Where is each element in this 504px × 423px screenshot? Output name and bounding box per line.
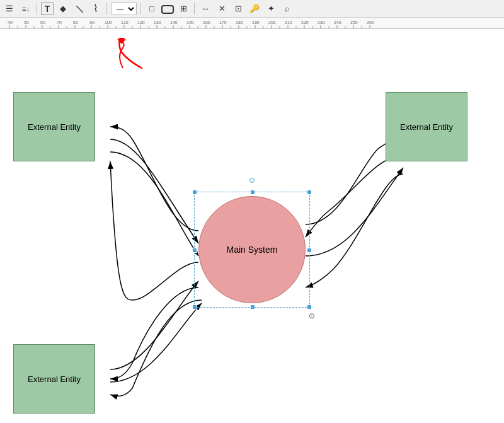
search-icon[interactable]: ⌕ <box>280 2 294 16</box>
svg-text:170: 170 <box>219 20 227 25</box>
svg-text:110: 110 <box>121 20 129 25</box>
external-entity-bottom-left[interactable]: External Entity <box>13 344 95 414</box>
handle-top-center[interactable] <box>250 190 255 195</box>
svg-text:180: 180 <box>236 20 243 25</box>
svg-text:130: 130 <box>154 20 161 25</box>
insert-shape-icon[interactable]: ⊞ <box>176 2 190 16</box>
spanner-icon[interactable]: ✦ <box>264 2 278 16</box>
entity-label-bottom-left: External Entity <box>28 374 81 384</box>
svg-text:240: 240 <box>334 20 341 25</box>
svg-text:260: 260 <box>367 20 374 25</box>
lock-icon[interactable]: ⊡ <box>231 2 245 16</box>
handle-bottom-left[interactable] <box>192 304 197 310</box>
move-handle-icon[interactable]: ⊙ <box>309 311 315 320</box>
pointer-icon[interactable]: ✕ <box>215 2 229 16</box>
rect-icon[interactable]: □ <box>145 2 159 16</box>
toolbar: ☰ ≡↓ T ◆ | ⌇ — - - ··· □ ⊞ ↔ ✕ ⊡ 🔑 ✦ ⌕ <box>0 0 504 18</box>
svg-text:50: 50 <box>24 20 29 25</box>
svg-text:80: 80 <box>73 20 78 25</box>
entity-label-top-right: External Entity <box>400 122 453 132</box>
svg-text:200: 200 <box>268 20 276 25</box>
external-entity-top-right[interactable]: External Entity <box>386 92 467 161</box>
handle-bottom-center[interactable] <box>250 304 255 310</box>
line-style-dropdown[interactable]: — - - ··· <box>111 3 137 15</box>
separator2 <box>106 3 107 14</box>
svg-text:190: 190 <box>252 20 260 25</box>
main-system-circle[interactable]: Main System <box>198 196 306 303</box>
entity-label-top-left: External Entity <box>28 122 81 132</box>
svg-text:150: 150 <box>186 20 194 25</box>
bullet-list-icon[interactable]: ☰ <box>3 2 16 16</box>
text-tool-icon[interactable]: T <box>41 3 54 15</box>
svg-text:40: 40 <box>8 20 13 25</box>
arrow-icon[interactable]: ↔ <box>198 2 212 16</box>
separator <box>37 3 37 14</box>
indent-icon[interactable]: ≡↓ <box>19 2 33 16</box>
separator4 <box>194 3 195 14</box>
fill-tool-icon[interactable]: ◆ <box>56 2 70 16</box>
diagram-canvas[interactable]: External Entity External Entity External… <box>0 29 504 422</box>
rounded-rect-icon[interactable] <box>161 5 174 14</box>
svg-text:120: 120 <box>137 20 145 25</box>
svg-text:210: 210 <box>285 20 292 25</box>
connector-icon[interactable]: ⌇ <box>89 2 103 16</box>
handle-top-left[interactable] <box>192 190 197 195</box>
handle-bottom-right[interactable] <box>307 304 312 310</box>
handle-top-right[interactable] <box>307 190 312 195</box>
svg-text:160: 160 <box>203 20 210 25</box>
key-icon[interactable]: 🔑 <box>248 2 261 16</box>
handle-mid-right[interactable] <box>307 248 312 253</box>
line-tool-icon[interactable]: | <box>69 0 89 18</box>
svg-text:60: 60 <box>40 20 45 25</box>
rotation-handle[interactable] <box>249 178 255 183</box>
ruler: 40 50 60 70 80 90 100 110 120 130 140 15… <box>0 18 504 29</box>
separator3 <box>140 3 141 14</box>
svg-text:70: 70 <box>57 20 62 25</box>
svg-text:220: 220 <box>301 20 309 25</box>
svg-text:230: 230 <box>318 20 325 25</box>
svg-marker-72 <box>118 38 125 44</box>
external-entity-top-left[interactable]: External Entity <box>13 92 95 161</box>
handle-mid-left[interactable] <box>192 248 197 253</box>
svg-text:140: 140 <box>170 20 178 25</box>
svg-text:100: 100 <box>105 20 112 25</box>
svg-text:90: 90 <box>89 20 94 25</box>
main-system-label: Main System <box>227 245 278 255</box>
svg-text:250: 250 <box>350 20 358 25</box>
